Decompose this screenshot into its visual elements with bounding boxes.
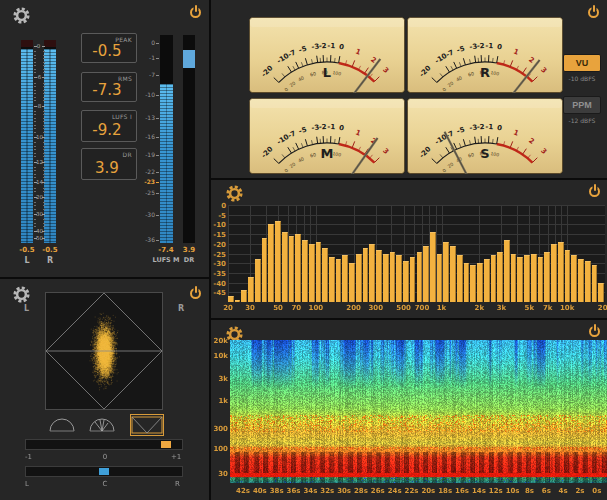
vu-mode-sublabel: -10 dBFS <box>563 75 601 82</box>
scale-minor-tick <box>43 128 45 129</box>
balance-slider[interactable] <box>25 466 183 477</box>
scale-minor-tick <box>34 132 36 133</box>
scale-minor-tick <box>43 114 45 115</box>
power-icon[interactable] <box>588 7 599 18</box>
scope-mode-arc-button[interactable] <box>46 415 78 435</box>
scope-mode-needles-button[interactable] <box>86 415 118 435</box>
lufs-tick <box>156 137 159 138</box>
lufs-tick <box>156 155 159 156</box>
x-tick-label: 14s <box>472 487 486 495</box>
scale-minor-tick <box>34 205 36 206</box>
scale-minor-tick <box>43 205 45 206</box>
spectrum-bar <box>295 234 301 302</box>
spectrum-bar <box>423 246 429 302</box>
y-tick-label: -10 <box>212 221 226 229</box>
peak-readout: PEAK -0.5 <box>81 33 137 63</box>
spectrum-bar <box>410 257 416 302</box>
x-tick-label: 10k <box>560 304 574 312</box>
gear-icon[interactable] <box>12 285 31 304</box>
scale-minor-tick <box>34 125 36 126</box>
scale-minor-tick <box>34 86 36 87</box>
spectrum-plot <box>228 205 605 302</box>
scale-minor-tick <box>34 177 36 178</box>
gear-icon[interactable] <box>12 6 31 25</box>
scale-minor-tick <box>34 121 36 122</box>
y-tick-label: -20 <box>212 241 226 249</box>
x-tick-label: 30s <box>337 487 351 495</box>
vu-mode-button[interactable]: VU <box>563 54 601 72</box>
spectrum-bar <box>309 244 315 302</box>
spectrum-bar <box>369 244 375 302</box>
spectrum-bar <box>262 238 268 302</box>
x-tick-label: 100 <box>309 304 324 312</box>
x-tick-label: 70 <box>291 304 301 312</box>
ppm-mode-button[interactable]: PPM <box>563 96 601 114</box>
x-tick-label: 40s <box>253 487 267 495</box>
lufs-momentary-meter <box>160 35 173 243</box>
goniometer-panel: L R -1 0 +1 L C R <box>0 279 209 500</box>
scale-minor-tick <box>34 128 36 129</box>
meter-name-right: R <box>38 256 62 265</box>
power-icon[interactable] <box>589 326 600 337</box>
scale-minor-tick <box>43 146 45 147</box>
correlation-marker[interactable] <box>161 441 171 448</box>
spectrum-bar <box>275 221 281 302</box>
gear-icon[interactable] <box>225 184 244 203</box>
scale-minor-tick <box>43 223 45 224</box>
scale-minor-tick <box>34 226 36 227</box>
spectrum-bar <box>464 263 470 302</box>
scale-minor-tick <box>43 191 45 192</box>
scale-minor-tick <box>43 121 45 122</box>
spectrum-bar <box>356 254 362 303</box>
corr-tick-zero: 0 <box>99 453 111 461</box>
scale-minor-tick <box>34 100 36 101</box>
x-tick-label: 2s <box>575 487 584 495</box>
goniometer-grid <box>45 292 163 410</box>
scale-minor-tick <box>43 69 45 70</box>
scale-minor-tick <box>34 114 36 115</box>
lufs-tick <box>156 58 159 59</box>
lufs-tick-label: -1 <box>149 55 155 61</box>
spectrum-bar <box>376 250 382 302</box>
spectrum-bar <box>302 240 308 302</box>
scale-minor-tick <box>43 149 45 150</box>
vu-meter-L: -20-10-7-5-3-2-10123020406080100L <box>249 17 405 93</box>
scale-minor-tick <box>34 202 36 203</box>
scale-tick-label: -50 <box>27 235 50 241</box>
scale-minor-tick <box>43 153 45 154</box>
scale-minor-tick <box>34 69 36 70</box>
scale-minor-tick <box>34 65 36 66</box>
spectrum-bar <box>235 300 241 302</box>
power-icon[interactable] <box>589 186 600 197</box>
svg-text:-2: -2 <box>319 42 327 50</box>
spectrogram-panel: 20k10k3k1k30010030 42s40s38s36s34s32s30s… <box>211 320 607 500</box>
balance-marker[interactable] <box>99 468 109 475</box>
x-tick-label: 3k <box>497 304 507 312</box>
lufs-tick <box>156 215 159 216</box>
power-icon[interactable] <box>190 7 201 18</box>
spectrum-bar <box>430 232 436 302</box>
spectrum-bar <box>396 255 402 302</box>
spectrum-bar <box>383 254 389 303</box>
x-tick-label: 42s <box>236 487 250 495</box>
scale-tick-label: -20 <box>27 194 50 200</box>
scale-minor-tick <box>34 191 36 192</box>
spectrum-bar <box>524 255 530 302</box>
svg-text:-1: -1 <box>327 123 335 131</box>
x-tick-label: 300 <box>368 304 383 312</box>
lufs-tick <box>156 172 159 173</box>
power-icon[interactable] <box>190 288 201 299</box>
y-tick-label: -25 <box>212 251 226 259</box>
scale-minor-tick <box>43 62 45 63</box>
spectrum-bar <box>504 240 510 302</box>
y-tick-label: -30 <box>212 260 226 268</box>
correlation-slider[interactable] <box>25 439 183 450</box>
scale-minor-tick <box>43 51 45 52</box>
x-tick-label: 22s <box>405 487 419 495</box>
scale-minor-tick <box>34 142 36 143</box>
scale-minor-tick <box>43 100 45 101</box>
dr-value: 3.9 <box>177 246 201 254</box>
spectrum-bar <box>585 261 591 302</box>
scale-tick-label: -40 <box>27 228 50 234</box>
scope-mode-diamond-button[interactable] <box>131 415 163 435</box>
